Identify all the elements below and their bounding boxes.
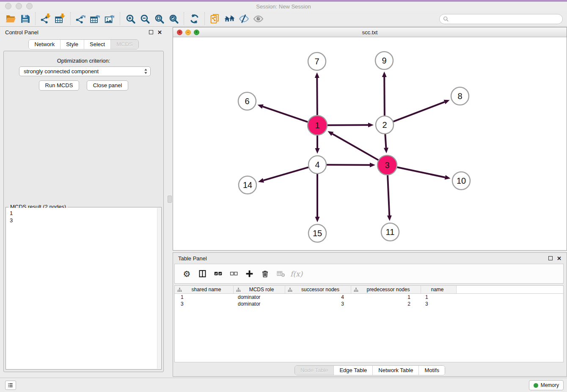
save-session-button[interactable] [18, 12, 32, 25]
close-table-panel-icon[interactable]: ✕ [557, 255, 561, 262]
cell-name[interactable]: 1 [421, 294, 457, 300]
add-column-button[interactable] [242, 266, 257, 282]
tab-select[interactable]: Select [84, 40, 110, 49]
select-all-rows-button[interactable] [210, 266, 226, 282]
table-row-1[interactable]: 1dominator411 [175, 294, 563, 301]
select-all-rows-icon [214, 269, 223, 278]
mcds-result-item[interactable]: 3 [10, 217, 161, 224]
edge-1-7[interactable] [317, 78, 317, 115]
refresh-layout-button[interactable] [187, 12, 201, 25]
zoom-in-button[interactable] [123, 12, 138, 25]
edge-1-2[interactable] [328, 125, 368, 125]
tab-network-table[interactable]: Network Table [372, 366, 418, 375]
export-image-icon [105, 14, 115, 24]
settings-gear-button[interactable]: ⚙ [179, 266, 195, 282]
node-label-4: 4 [315, 160, 319, 169]
edge-3-11[interactable] [388, 175, 389, 215]
deselect-all-rows-button[interactable] [226, 266, 242, 282]
edge-arrowhead-2-9 [382, 72, 387, 77]
control-panel: Control Panel ✕ NetworkStyleSelectMCDS O… [0, 27, 167, 378]
edge-2-9[interactable] [384, 77, 385, 116]
header-filler [457, 286, 563, 293]
float-table-panel-icon[interactable] [548, 256, 553, 260]
mcds-result-group: MCDS result (2 nodes) 13 [6, 207, 162, 370]
panel-splitter-handle[interactable] [168, 196, 172, 203]
cell-shared-name[interactable]: 3 [175, 301, 234, 307]
cell-MCDS-role[interactable]: dominator [234, 294, 285, 300]
toolbar-separator [184, 12, 184, 25]
toolbar-separator [204, 12, 205, 25]
zoom-out-button[interactable] [138, 12, 152, 25]
show-task-history-button[interactable] [5, 381, 16, 390]
zoom-selected-button[interactable] [166, 12, 181, 25]
memory-button[interactable]: Memory [529, 380, 564, 390]
tab-network[interactable]: Network [29, 40, 60, 49]
search-field[interactable] [439, 14, 563, 24]
criterion-value: strongly connected component [24, 68, 144, 75]
import-network-button[interactable] [39, 12, 53, 25]
export-table-button[interactable] [88, 12, 102, 25]
edge-arrowhead-1-6 [258, 104, 264, 108]
mcds-result-item[interactable]: 1 [10, 210, 161, 217]
network-graph[interactable]: 1234678910111415 [173, 37, 567, 250]
node-table-body: 1dominator4113dominator323 [175, 294, 563, 307]
run-mcds-button[interactable]: Run MCDS [39, 80, 80, 91]
first-neighbors-button[interactable] [208, 12, 222, 25]
first-neighbors-icon [210, 14, 220, 24]
delete-column-button[interactable] [257, 266, 273, 282]
network-window-titlebar[interactable]: × − + scc.txt [173, 28, 567, 37]
column-header-MCDS-role[interactable]: MCDS role [234, 286, 285, 293]
network-overview-button[interactable] [222, 12, 237, 25]
column-header-name[interactable]: name [421, 286, 457, 293]
export-image-button[interactable] [102, 12, 117, 25]
main-toolbar [0, 11, 567, 27]
search-input[interactable] [451, 16, 559, 22]
column-header-predecessor-nodes[interactable]: predecessor nodes [351, 286, 421, 293]
node-table: shared nameMCDS rolesuccessor nodesprede… [174, 285, 564, 362]
edge-2-3[interactable] [385, 134, 386, 148]
cell-shared-name[interactable]: 1 [175, 294, 234, 300]
edge-arrowhead-4-14 [258, 178, 264, 183]
column-header-successor-nodes[interactable]: successor nodes [285, 286, 351, 293]
session-title: Session: New Session [0, 3, 567, 10]
edge-3-10[interactable] [397, 167, 445, 177]
tab-motifs[interactable]: Motifs [418, 366, 445, 375]
node-label-10: 10 [457, 176, 466, 185]
edge-4-14[interactable] [263, 167, 308, 180]
column-tree-icon [236, 287, 241, 292]
tab-node-table[interactable]: Node Table [295, 366, 334, 375]
criterion-dropdown[interactable]: strongly connected component [19, 66, 151, 76]
cell-name[interactable]: 3 [421, 301, 457, 307]
close-panel-icon[interactable]: ✕ [157, 29, 162, 36]
cell-predecessor-nodes[interactable]: 2 [351, 301, 421, 307]
cell-successor-nodes[interactable]: 4 [285, 294, 351, 300]
edge-2-8[interactable] [394, 102, 445, 121]
tab-edge-table[interactable]: Edge Table [333, 366, 372, 375]
open-session-button[interactable] [3, 12, 18, 25]
cell-successor-nodes[interactable]: 3 [285, 301, 351, 307]
edge-arrowhead-3-10 [445, 175, 451, 180]
result-scrollbar[interactable] [157, 208, 161, 369]
node-label-11: 11 [386, 227, 395, 237]
tab-mcds[interactable]: MCDS [110, 40, 138, 49]
tab-style[interactable]: Style [60, 40, 84, 49]
edge-3-1[interactable] [333, 134, 379, 160]
column-header-shared-name[interactable]: shared name [175, 286, 234, 293]
save-session-icon [20, 14, 30, 24]
table-tabs: Node TableEdge TableNetwork TableMotifs [295, 365, 445, 375]
edge-4-3[interactable] [327, 165, 370, 165]
node-label-1: 1 [315, 121, 319, 130]
cell-MCDS-role[interactable]: dominator [234, 301, 285, 307]
mcds-result-list[interactable]: 13 [6, 208, 161, 369]
hide-selected-button[interactable] [237, 12, 251, 25]
column-visibility-button[interactable] [195, 266, 210, 282]
network-canvas[interactable]: 1234678910111415 [173, 37, 567, 250]
import-table-button[interactable] [53, 12, 67, 25]
zoom-fit-button[interactable] [152, 12, 166, 25]
table-row-2[interactable]: 3dominator323 [175, 301, 563, 307]
cell-predecessor-nodes[interactable]: 1 [351, 294, 421, 300]
edge-1-6[interactable] [263, 107, 308, 122]
close-panel-button[interactable]: Close panel [87, 80, 129, 91]
export-network-button[interactable] [74, 12, 88, 25]
float-panel-icon[interactable] [149, 30, 153, 34]
